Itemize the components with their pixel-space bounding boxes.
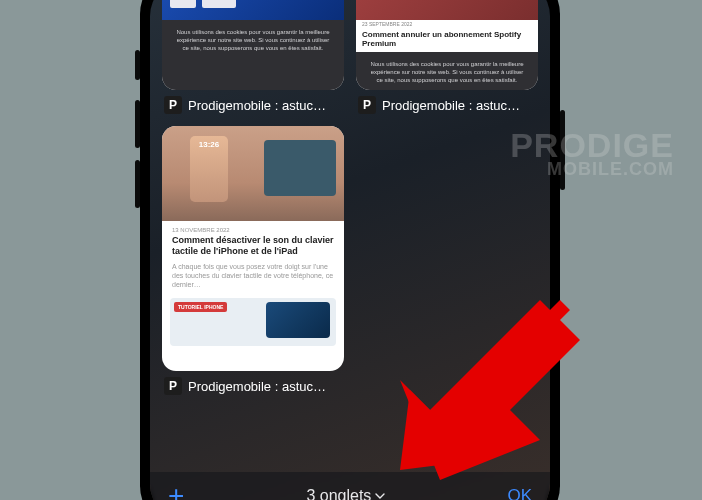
favicon: P (164, 96, 182, 114)
thumb-article-title: Comment annuler un abonnement Spotify Pr… (356, 28, 538, 52)
favicon: P (164, 377, 182, 395)
done-button[interactable]: OK (507, 486, 532, 500)
thumb-hero (356, 0, 538, 20)
tab-title: Prodigemobile : astuc… (188, 98, 342, 113)
cookie-banner: Nous utilisons des cookies pour vous gar… (356, 52, 538, 90)
tab-title-row: P Prodigemobile : astuc… (356, 90, 538, 114)
category-tag: TUTORIEL IPHONE (174, 302, 227, 312)
favicon: P (358, 96, 376, 114)
mute-switch (135, 50, 140, 80)
thumb-article-title: Comment désactiver le son du clavier tac… (162, 235, 344, 262)
tab-card[interactable]: 23 SEPTEMBRE 2022 Comment annuler un abo… (356, 0, 538, 114)
tab-count-label: 3 onglets (306, 487, 371, 500)
thumb-related: TUTORIEL IPHONE (170, 298, 336, 346)
thumb-hero: 13:26 (162, 126, 344, 221)
tab-title-row: P Prodigemobile : astuc… (162, 90, 344, 114)
tab-title: Prodigemobile : astuc… (188, 379, 342, 394)
new-tab-button[interactable]: + (168, 482, 184, 500)
tab-thumbnail[interactable]: 13:26 13 NOVEMBRE 2022 Comment désactive… (162, 126, 344, 371)
power-button (560, 110, 565, 190)
screen: Nous utilisons des cookies pour vous gar… (150, 0, 550, 500)
thumb-article-date: 23 SEPTEMBRE 2022 (356, 20, 538, 28)
tab-card[interactable]: Nous utilisons des cookies pour vous gar… (162, 0, 344, 114)
tab-thumbnail[interactable]: Nous utilisons des cookies pour vous gar… (162, 0, 344, 90)
tab-thumbnail[interactable]: 23 SEPTEMBRE 2022 Comment annuler un abo… (356, 0, 538, 90)
tab-count-button[interactable]: 3 onglets (306, 487, 385, 500)
thumb-image (266, 302, 330, 338)
phone-frame: Nous utilisons des cookies pour vous gar… (140, 0, 560, 500)
chevron-down-icon (375, 491, 385, 500)
tab-title-row: P Prodigemobile : astuc… (162, 371, 344, 395)
thumb-article-date: 13 NOVEMBRE 2022 (162, 221, 344, 235)
thumb-image (264, 140, 336, 196)
volume-down (135, 160, 140, 208)
bottom-toolbar: + 3 onglets OK (150, 472, 550, 500)
tab-card[interactable]: 13:26 13 NOVEMBRE 2022 Comment désactive… (162, 126, 344, 395)
thumb-hero (162, 0, 344, 20)
tab-title: Prodigemobile : astuc… (382, 98, 536, 113)
lock-time: 13:26 (199, 140, 219, 149)
volume-up (135, 100, 140, 148)
thumb-article-body: A chaque fois que vous posez votre doigt… (162, 262, 344, 298)
tab-overview-grid: Nous utilisons des cookies pour vous gar… (150, 0, 550, 395)
lockscreen-preview: 13:26 (190, 136, 228, 202)
cookie-banner: Nous utilisons des cookies pour vous gar… (162, 20, 344, 90)
